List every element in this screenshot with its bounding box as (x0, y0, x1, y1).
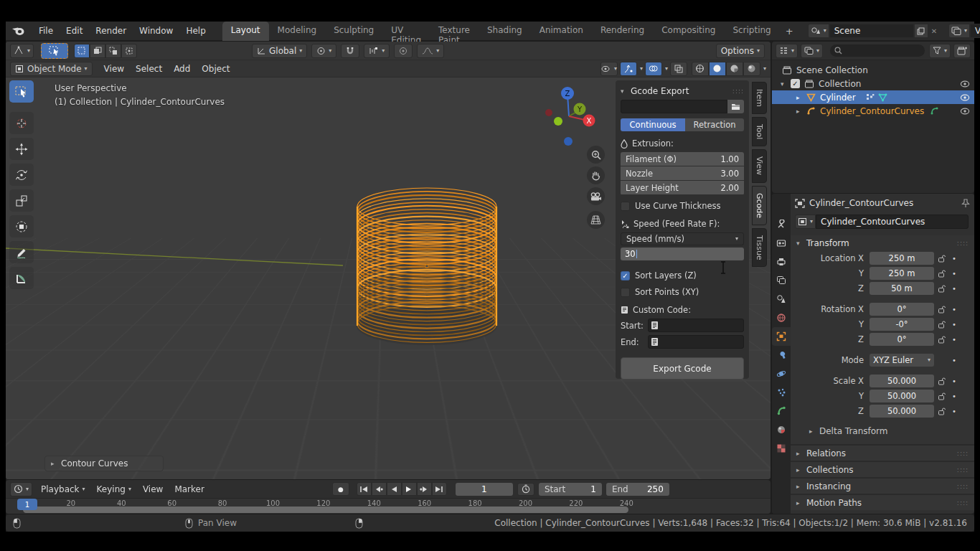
jump-to-start-button[interactable] (357, 482, 372, 496)
lock-icon[interactable] (934, 270, 948, 278)
animate-property-dot[interactable]: • (948, 392, 960, 400)
sort-layers-checkbox[interactable]: ✓ (621, 271, 630, 281)
tool-select-box[interactable] (9, 80, 34, 103)
viewport-menu-add[interactable]: Add (168, 64, 196, 74)
camera-view-button[interactable] (587, 187, 605, 205)
editor-type-button[interactable]: ▾ (10, 44, 34, 58)
workspace-tab-shading[interactable]: Shading (479, 22, 531, 41)
panel-grip-icon[interactable]: :::: (957, 240, 969, 247)
transform-value-field[interactable]: -0° (870, 318, 934, 331)
view-layer-name-field[interactable]: View Layer (970, 24, 980, 38)
scene-properties-tab[interactable] (772, 290, 791, 309)
lock-icon[interactable] (934, 336, 948, 344)
menu-file[interactable]: File (32, 26, 60, 36)
animate-property-dot[interactable]: • (948, 321, 960, 329)
timeline-scrollbar[interactable] (23, 507, 628, 513)
play-button[interactable] (402, 482, 417, 496)
sort-points-row[interactable]: Sort Points (XY) (621, 286, 744, 298)
animate-property-dot[interactable]: • (948, 408, 960, 415)
sidebar-tab-tool[interactable]: Tool (752, 117, 767, 146)
use-curve-thickness-row[interactable]: Use Curve Thickness (621, 200, 744, 212)
animate-property-dot[interactable]: • (948, 285, 960, 293)
outliner-filter-button[interactable]: ▾ (929, 44, 951, 58)
gizmo-dropdown-icon[interactable]: ▾ (640, 66, 643, 72)
end-code-field[interactable] (648, 335, 744, 349)
workspace-tab-modeling[interactable]: Modeling (269, 22, 326, 41)
proportional-falloff-dropdown[interactable]: ▾ (417, 44, 444, 58)
workspace-tab-texture-paint[interactable]: Texture Paint (430, 22, 479, 41)
panel-collections[interactable]: ▸Collections:::: (791, 461, 974, 477)
transform-value-field[interactable]: 0° (870, 303, 934, 316)
show-overlays-toggle[interactable] (645, 62, 662, 76)
extrusion-field-layer-height[interactable]: Layer Height2.00 (621, 181, 744, 194)
timeline-menu-playback[interactable]: Playback▾ (35, 484, 91, 494)
menu-window[interactable]: Window (133, 26, 179, 36)
new-scene-button[interactable] (914, 24, 928, 38)
viewport-menu-object[interactable]: Object (196, 64, 235, 74)
workspace-tab-rendering[interactable]: Rendering (592, 22, 653, 41)
viewport-menu-view[interactable]: View (98, 64, 130, 74)
zoom-view-button[interactable] (587, 146, 605, 164)
workspace-tab-scripting[interactable]: Scripting (724, 22, 779, 41)
snap-toggle[interactable] (341, 44, 359, 58)
timeline-menu-marker[interactable]: Marker (169, 484, 209, 494)
new-collection-button[interactable] (953, 44, 971, 58)
browse-folder-button[interactable] (727, 100, 744, 113)
transform-value-field[interactable]: 250 m (870, 267, 934, 280)
particles-properties-tab[interactable] (772, 383, 791, 402)
snap-settings-dropdown[interactable]: ▾ (364, 44, 390, 58)
delta-transform-header[interactable]: ▸ Delta Transform (791, 424, 974, 438)
animate-property-dot[interactable]: • (948, 357, 960, 364)
output-properties-tab[interactable] (772, 253, 791, 271)
frame-end-field[interactable]: End 250 (606, 483, 669, 496)
transform-orientation-dropdown[interactable]: Global ▾ (252, 44, 307, 58)
next-keyframe-button[interactable] (417, 482, 432, 496)
view-layer-properties-tab[interactable] (772, 271, 791, 290)
sidebar-tab-tissue[interactable]: Tissue (752, 228, 767, 268)
disclosure-closed-icon[interactable]: ▸ (796, 108, 806, 115)
object-visibility-dropdown[interactable]: ▾ (600, 62, 618, 76)
operator-panel[interactable]: ▸ Contour Curves (44, 456, 164, 471)
gcode-panel-header[interactable]: ▾ Gcode Export :::: (621, 84, 744, 98)
speed-value-input[interactable]: 30 (621, 248, 744, 260)
panel-grip-icon[interactable]: :::: (957, 483, 969, 490)
outliner-row-cylinder[interactable]: ▸ Cylinder (772, 90, 974, 104)
active-tool-button[interactable] (41, 43, 68, 59)
eye-icon[interactable] (960, 108, 970, 115)
viewport-menu-select[interactable]: Select (130, 64, 168, 74)
animate-property-dot[interactable]: • (948, 255, 960, 263)
lock-icon[interactable] (934, 392, 948, 400)
select-mode-lasso[interactable] (121, 44, 137, 58)
data-properties-tab[interactable] (772, 402, 791, 420)
animate-property-dot[interactable]: • (948, 377, 960, 385)
shading-rendered-button[interactable] (743, 62, 760, 76)
workspace-tab-layout[interactable]: Layout (222, 22, 269, 41)
blender-logo-icon[interactable] (11, 26, 25, 37)
select-mode-box[interactable] (90, 44, 105, 58)
panel-grip-icon[interactable]: :::: (957, 450, 969, 457)
tool-rotate[interactable] (9, 164, 34, 186)
workspace-tab-compositing[interactable]: Compositing (653, 22, 724, 41)
overlays-dropdown-icon[interactable]: ▾ (665, 66, 668, 72)
world-properties-tab[interactable] (772, 309, 791, 327)
prev-keyframe-button[interactable] (372, 482, 387, 496)
select-mode-circle[interactable] (105, 44, 121, 58)
workspace-tab-animation[interactable]: Animation (531, 22, 592, 41)
menu-help[interactable]: Help (179, 26, 212, 36)
export-gcode-button[interactable]: Export Gcode (621, 357, 744, 380)
show-gizmo-toggle[interactable] (620, 62, 637, 76)
select-mode-tweak[interactable] (74, 44, 90, 58)
viewport-canvas[interactable]: User Perspective (1) Collection | Cylind… (6, 77, 771, 479)
tool-properties-tab[interactable] (772, 215, 791, 234)
panel-grip-icon[interactable]: :::: (957, 466, 969, 474)
pivot-point-dropdown[interactable]: ▾ (311, 44, 336, 58)
extrusion-field-nozzle[interactable]: Nozzle3.00 (621, 166, 744, 180)
collection-checkbox[interactable]: ✓ (791, 79, 800, 88)
physics-properties-tab[interactable] (772, 364, 791, 383)
panel-instancing[interactable]: ▸Instancing:::: (791, 477, 974, 494)
texture-properties-tab[interactable] (772, 439, 791, 458)
navigation-gizmo[interactable]: Z Y X (545, 83, 611, 152)
panel-motion-paths[interactable]: ▸Motion Paths:::: (791, 494, 974, 510)
outliner-display-mode-button[interactable]: ▾ (776, 44, 798, 58)
sidebar-tab-item[interactable]: Item (752, 82, 767, 114)
